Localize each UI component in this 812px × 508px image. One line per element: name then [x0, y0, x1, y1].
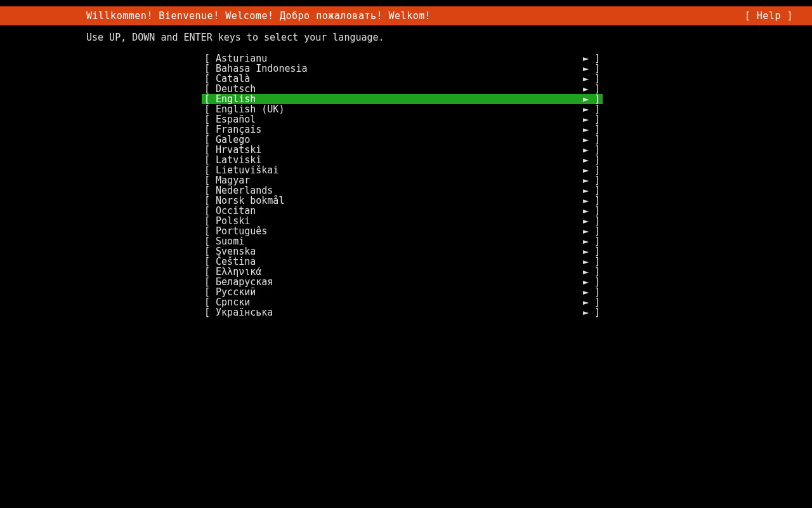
language-name: [ Galego [204, 135, 250, 145]
submenu-arrow-icon: ► ] [583, 297, 600, 307]
language-item[interactable]: [ Asturianu► ] [202, 53, 603, 64]
submenu-arrow-icon: ► ] [583, 246, 600, 257]
language-item[interactable]: [ Norsk bokmål► ] [202, 196, 603, 206]
language-name: [ Magyar [204, 175, 250, 185]
language-item[interactable]: [ Беларуская► ] [202, 277, 603, 287]
submenu-arrow-icon: ► ] [583, 175, 600, 185]
language-name: [ Српски [204, 297, 250, 307]
language-item[interactable]: [ Hrvatski► ] [202, 145, 603, 155]
language-name: [ Français [204, 124, 261, 135]
submenu-arrow-icon: ► ] [583, 145, 600, 155]
header-bar: Willkommen! Bienvenue! Welcome! Добро по… [0, 6, 812, 25]
submenu-arrow-icon: ► ] [583, 124, 600, 135]
language-item[interactable]: [ Latviski► ] [202, 155, 603, 165]
language-item[interactable]: [ Српски► ] [202, 297, 603, 307]
language-list[interactable]: [ Asturianu► ][ Bahasa Indonesia► ][ Cat… [202, 53, 603, 318]
language-item[interactable]: [ Svenska► ] [202, 246, 603, 257]
submenu-arrow-icon: ► ] [583, 277, 600, 287]
submenu-arrow-icon: ► ] [583, 185, 600, 196]
language-name: [ Deutsch [204, 84, 256, 94]
submenu-arrow-icon: ► ] [583, 135, 600, 145]
language-name: [ Беларуская [204, 277, 273, 287]
language-name: [ Bahasa Indonesia [204, 64, 308, 74]
language-name: [ English [204, 94, 256, 104]
top-black-bar [0, 0, 812, 6]
language-name: [ Čeština [204, 257, 256, 267]
submenu-arrow-icon: ► ] [583, 257, 600, 267]
submenu-arrow-icon: ► ] [583, 287, 600, 297]
language-name: [ Occitan [204, 206, 256, 216]
language-item[interactable]: [ Čeština► ] [202, 257, 603, 267]
language-item[interactable]: [ English► ] [202, 94, 603, 104]
language-item[interactable]: [ Lietuviškai► ] [202, 165, 603, 175]
language-name: [ Español [204, 114, 256, 124]
language-name: [ Polski [204, 216, 250, 226]
language-item[interactable]: [ Galego► ] [202, 135, 603, 145]
language-item[interactable]: [ Português► ] [202, 226, 603, 236]
submenu-arrow-icon: ► ] [583, 104, 600, 114]
language-name: [ Ελληνικά [204, 267, 261, 277]
language-item[interactable]: [ Українська► ] [202, 307, 603, 318]
language-name: [ Hrvatski [204, 145, 261, 155]
language-item[interactable]: [ Occitan► ] [202, 206, 603, 216]
language-item[interactable]: [ Español► ] [202, 114, 603, 124]
language-item[interactable]: [ Polski► ] [202, 216, 603, 226]
submenu-arrow-icon: ► ] [583, 94, 600, 104]
language-name: [ Suomi [204, 236, 244, 246]
language-item[interactable]: [ Suomi► ] [202, 236, 603, 246]
submenu-arrow-icon: ► ] [583, 226, 600, 236]
submenu-arrow-icon: ► ] [583, 267, 600, 277]
language-name: [ Català [204, 74, 250, 84]
language-name: [ Русский [204, 287, 256, 297]
language-name: [ Українська [204, 307, 273, 318]
submenu-arrow-icon: ► ] [583, 84, 600, 94]
header-title: Willkommen! Bienvenue! Welcome! Добро по… [86, 10, 431, 22]
language-name: [ Latviski [204, 155, 261, 165]
language-item[interactable]: [ English (UK)► ] [202, 104, 603, 114]
submenu-arrow-icon: ► ] [583, 64, 600, 74]
help-button[interactable]: [ Help ] [745, 10, 793, 22]
submenu-arrow-icon: ► ] [583, 216, 600, 226]
instruction-text: Use UP, DOWN and ENTER keys to select yo… [86, 32, 812, 43]
language-item[interactable]: [ Magyar► ] [202, 175, 603, 185]
language-name: [ English (UK) [204, 104, 284, 114]
language-name: [ Asturianu [204, 53, 267, 64]
language-name: [ Lietuviškai [204, 165, 278, 175]
language-name: [ Nederlands [204, 185, 273, 196]
language-item[interactable]: [ Bahasa Indonesia► ] [202, 64, 603, 74]
language-item[interactable]: [ Deutsch► ] [202, 84, 603, 94]
submenu-arrow-icon: ► ] [583, 114, 600, 124]
language-item[interactable]: [ Français► ] [202, 124, 603, 135]
language-name: [ Português [204, 226, 267, 236]
language-item[interactable]: [ Català► ] [202, 74, 603, 84]
language-item[interactable]: [ Русский► ] [202, 287, 603, 297]
submenu-arrow-icon: ► ] [583, 155, 600, 165]
language-item[interactable]: [ Ελληνικά► ] [202, 267, 603, 277]
submenu-arrow-icon: ► ] [583, 307, 600, 318]
language-name: [ Norsk bokmål [204, 196, 284, 206]
language-item[interactable]: [ Nederlands► ] [202, 185, 603, 196]
submenu-arrow-icon: ► ] [583, 206, 600, 216]
submenu-arrow-icon: ► ] [583, 165, 600, 175]
submenu-arrow-icon: ► ] [583, 74, 600, 84]
submenu-arrow-icon: ► ] [583, 236, 600, 246]
language-name: [ Svenska [204, 246, 256, 257]
submenu-arrow-icon: ► ] [583, 196, 600, 206]
submenu-arrow-icon: ► ] [583, 53, 600, 64]
